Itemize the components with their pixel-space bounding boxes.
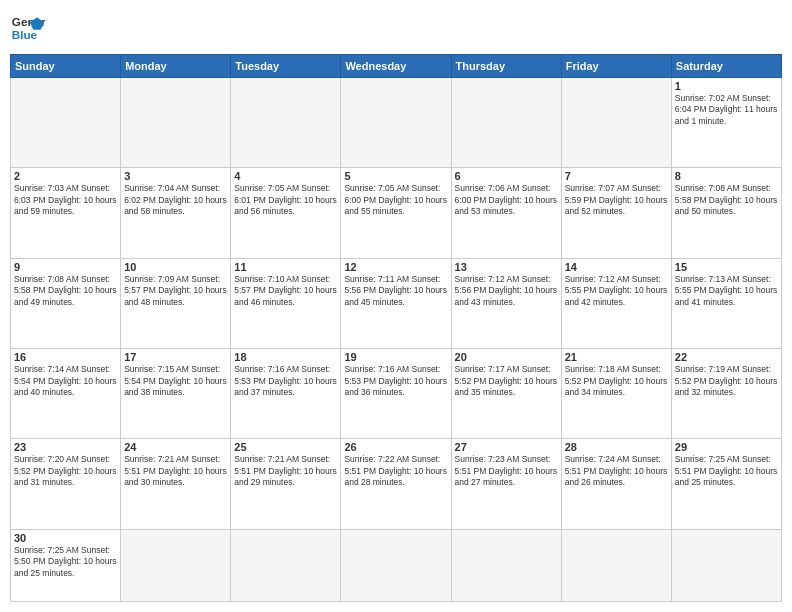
- day-info: Sunrise: 7:05 AM Sunset: 6:01 PM Dayligh…: [234, 183, 337, 217]
- calendar-day-cell: 21Sunrise: 7:18 AM Sunset: 5:52 PM Dayli…: [561, 349, 671, 439]
- day-info: Sunrise: 7:07 AM Sunset: 5:59 PM Dayligh…: [565, 183, 668, 217]
- calendar-day-cell: [561, 529, 671, 601]
- calendar-week-row: 16Sunrise: 7:14 AM Sunset: 5:54 PM Dayli…: [11, 349, 782, 439]
- day-info: Sunrise: 7:19 AM Sunset: 5:52 PM Dayligh…: [675, 364, 778, 398]
- calendar-day-cell: [11, 78, 121, 168]
- day-info: Sunrise: 7:12 AM Sunset: 5:56 PM Dayligh…: [455, 274, 558, 308]
- calendar-day-cell: 11Sunrise: 7:10 AM Sunset: 5:57 PM Dayli…: [231, 258, 341, 348]
- generalblue-logo-icon: General Blue: [10, 10, 46, 46]
- calendar-day-cell: 13Sunrise: 7:12 AM Sunset: 5:56 PM Dayli…: [451, 258, 561, 348]
- calendar-day-cell: [341, 529, 451, 601]
- weekday-header-tuesday: Tuesday: [231, 55, 341, 78]
- day-number: 20: [455, 351, 558, 363]
- calendar-day-cell: 12Sunrise: 7:11 AM Sunset: 5:56 PM Dayli…: [341, 258, 451, 348]
- day-number: 30: [14, 532, 117, 544]
- day-number: 5: [344, 170, 447, 182]
- calendar-day-cell: 2Sunrise: 7:03 AM Sunset: 6:03 PM Daylig…: [11, 168, 121, 258]
- day-number: 9: [14, 261, 117, 273]
- calendar-day-cell: [451, 529, 561, 601]
- day-number: 24: [124, 441, 227, 453]
- calendar-day-cell: 8Sunrise: 7:08 AM Sunset: 5:58 PM Daylig…: [671, 168, 781, 258]
- calendar-day-cell: [451, 78, 561, 168]
- day-info: Sunrise: 7:10 AM Sunset: 5:57 PM Dayligh…: [234, 274, 337, 308]
- day-number: 11: [234, 261, 337, 273]
- calendar-day-cell: 22Sunrise: 7:19 AM Sunset: 5:52 PM Dayli…: [671, 349, 781, 439]
- day-number: 16: [14, 351, 117, 363]
- day-number: 3: [124, 170, 227, 182]
- day-info: Sunrise: 7:13 AM Sunset: 5:55 PM Dayligh…: [675, 274, 778, 308]
- weekday-header-thursday: Thursday: [451, 55, 561, 78]
- day-number: 22: [675, 351, 778, 363]
- day-info: Sunrise: 7:02 AM Sunset: 6:04 PM Dayligh…: [675, 93, 778, 127]
- day-info: Sunrise: 7:08 AM Sunset: 5:58 PM Dayligh…: [14, 274, 117, 308]
- day-info: Sunrise: 7:05 AM Sunset: 6:00 PM Dayligh…: [344, 183, 447, 217]
- calendar-day-cell: 9Sunrise: 7:08 AM Sunset: 5:58 PM Daylig…: [11, 258, 121, 348]
- header: General Blue: [10, 10, 782, 46]
- weekday-header-monday: Monday: [121, 55, 231, 78]
- calendar-day-cell: [231, 529, 341, 601]
- day-number: 21: [565, 351, 668, 363]
- calendar-day-cell: 17Sunrise: 7:15 AM Sunset: 5:54 PM Dayli…: [121, 349, 231, 439]
- day-info: Sunrise: 7:04 AM Sunset: 6:02 PM Dayligh…: [124, 183, 227, 217]
- weekday-header-friday: Friday: [561, 55, 671, 78]
- day-number: 13: [455, 261, 558, 273]
- day-info: Sunrise: 7:25 AM Sunset: 5:50 PM Dayligh…: [14, 545, 117, 579]
- calendar-day-cell: 1Sunrise: 7:02 AM Sunset: 6:04 PM Daylig…: [671, 78, 781, 168]
- day-info: Sunrise: 7:21 AM Sunset: 5:51 PM Dayligh…: [124, 454, 227, 488]
- day-info: Sunrise: 7:21 AM Sunset: 5:51 PM Dayligh…: [234, 454, 337, 488]
- calendar-week-row: 9Sunrise: 7:08 AM Sunset: 5:58 PM Daylig…: [11, 258, 782, 348]
- day-info: Sunrise: 7:18 AM Sunset: 5:52 PM Dayligh…: [565, 364, 668, 398]
- day-number: 8: [675, 170, 778, 182]
- calendar-day-cell: 7Sunrise: 7:07 AM Sunset: 5:59 PM Daylig…: [561, 168, 671, 258]
- calendar-day-cell: 23Sunrise: 7:20 AM Sunset: 5:52 PM Dayli…: [11, 439, 121, 529]
- day-info: Sunrise: 7:03 AM Sunset: 6:03 PM Dayligh…: [14, 183, 117, 217]
- day-number: 25: [234, 441, 337, 453]
- calendar-week-row: 30Sunrise: 7:25 AM Sunset: 5:50 PM Dayli…: [11, 529, 782, 601]
- day-info: Sunrise: 7:16 AM Sunset: 5:53 PM Dayligh…: [344, 364, 447, 398]
- calendar-day-cell: 29Sunrise: 7:25 AM Sunset: 5:51 PM Dayli…: [671, 439, 781, 529]
- day-number: 27: [455, 441, 558, 453]
- calendar-day-cell: [231, 78, 341, 168]
- day-info: Sunrise: 7:24 AM Sunset: 5:51 PM Dayligh…: [565, 454, 668, 488]
- day-number: 17: [124, 351, 227, 363]
- day-number: 29: [675, 441, 778, 453]
- weekday-header-sunday: Sunday: [11, 55, 121, 78]
- day-number: 10: [124, 261, 227, 273]
- calendar-day-cell: 16Sunrise: 7:14 AM Sunset: 5:54 PM Dayli…: [11, 349, 121, 439]
- day-number: 6: [455, 170, 558, 182]
- day-number: 23: [14, 441, 117, 453]
- day-info: Sunrise: 7:12 AM Sunset: 5:55 PM Dayligh…: [565, 274, 668, 308]
- calendar-table: SundayMondayTuesdayWednesdayThursdayFrid…: [10, 54, 782, 602]
- calendar-day-cell: 24Sunrise: 7:21 AM Sunset: 5:51 PM Dayli…: [121, 439, 231, 529]
- day-info: Sunrise: 7:08 AM Sunset: 5:58 PM Dayligh…: [675, 183, 778, 217]
- calendar-day-cell: 14Sunrise: 7:12 AM Sunset: 5:55 PM Dayli…: [561, 258, 671, 348]
- day-info: Sunrise: 7:25 AM Sunset: 5:51 PM Dayligh…: [675, 454, 778, 488]
- calendar-day-cell: 25Sunrise: 7:21 AM Sunset: 5:51 PM Dayli…: [231, 439, 341, 529]
- day-number: 18: [234, 351, 337, 363]
- calendar-day-cell: 18Sunrise: 7:16 AM Sunset: 5:53 PM Dayli…: [231, 349, 341, 439]
- day-number: 26: [344, 441, 447, 453]
- day-info: Sunrise: 7:22 AM Sunset: 5:51 PM Dayligh…: [344, 454, 447, 488]
- weekday-header-row: SundayMondayTuesdayWednesdayThursdayFrid…: [11, 55, 782, 78]
- day-number: 15: [675, 261, 778, 273]
- calendar-day-cell: 26Sunrise: 7:22 AM Sunset: 5:51 PM Dayli…: [341, 439, 451, 529]
- calendar-day-cell: 28Sunrise: 7:24 AM Sunset: 5:51 PM Dayli…: [561, 439, 671, 529]
- calendar-day-cell: 3Sunrise: 7:04 AM Sunset: 6:02 PM Daylig…: [121, 168, 231, 258]
- day-info: Sunrise: 7:23 AM Sunset: 5:51 PM Dayligh…: [455, 454, 558, 488]
- calendar-day-cell: 20Sunrise: 7:17 AM Sunset: 5:52 PM Dayli…: [451, 349, 561, 439]
- day-info: Sunrise: 7:06 AM Sunset: 6:00 PM Dayligh…: [455, 183, 558, 217]
- calendar-week-row: 1Sunrise: 7:02 AM Sunset: 6:04 PM Daylig…: [11, 78, 782, 168]
- weekday-header-wednesday: Wednesday: [341, 55, 451, 78]
- day-number: 2: [14, 170, 117, 182]
- day-info: Sunrise: 7:14 AM Sunset: 5:54 PM Dayligh…: [14, 364, 117, 398]
- calendar-week-row: 23Sunrise: 7:20 AM Sunset: 5:52 PM Dayli…: [11, 439, 782, 529]
- day-number: 19: [344, 351, 447, 363]
- calendar-day-cell: 5Sunrise: 7:05 AM Sunset: 6:00 PM Daylig…: [341, 168, 451, 258]
- calendar-week-row: 2Sunrise: 7:03 AM Sunset: 6:03 PM Daylig…: [11, 168, 782, 258]
- day-info: Sunrise: 7:17 AM Sunset: 5:52 PM Dayligh…: [455, 364, 558, 398]
- day-number: 7: [565, 170, 668, 182]
- calendar-day-cell: [561, 78, 671, 168]
- logo: General Blue: [10, 10, 46, 46]
- calendar-day-cell: 27Sunrise: 7:23 AM Sunset: 5:51 PM Dayli…: [451, 439, 561, 529]
- weekday-header-saturday: Saturday: [671, 55, 781, 78]
